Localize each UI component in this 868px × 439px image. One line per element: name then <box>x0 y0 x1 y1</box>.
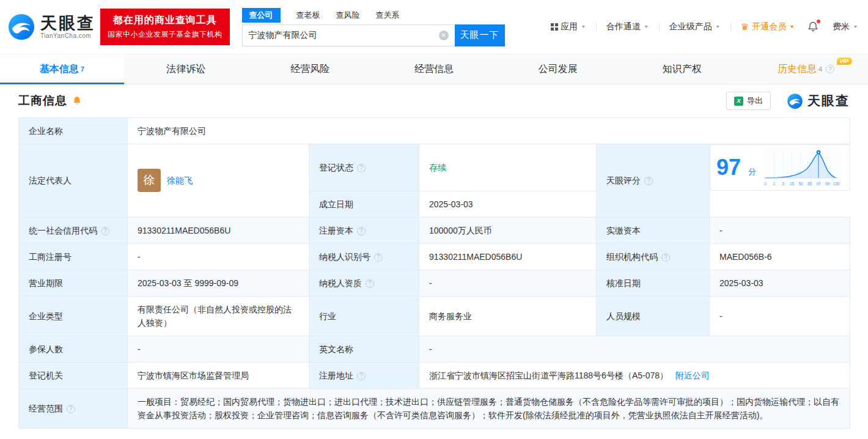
tab-business-info[interactable]: 经营信息 <box>372 54 496 84</box>
svg-text:99: 99 <box>825 182 830 186</box>
search-tab-company[interactable]: 查公司 <box>242 8 281 23</box>
nav-apps-label: 应用 <box>561 21 578 32</box>
help-icon[interactable] <box>366 279 374 288</box>
help-icon[interactable] <box>644 177 653 185</box>
reg-capital-label: 注册资本 <box>309 217 419 243</box>
reg-status-label: 登记状态 <box>309 144 419 191</box>
section-header: 工商信息 导出 天眼查 <box>0 84 868 117</box>
business-info-table: 企业名称 宁波物产有限公司 法定代表人 徐 徐能飞 登记状态 存续 天眼评分 <box>18 117 850 429</box>
help-icon[interactable] <box>101 227 109 235</box>
divider <box>659 23 660 31</box>
company-name-label: 企业名称 <box>19 118 128 144</box>
credit-code-label: 统一社会信用代码 <box>19 217 128 243</box>
brand-logo-icon <box>787 93 803 109</box>
svg-text:97: 97 <box>816 182 821 186</box>
tab-label: 经营风险 <box>290 63 329 76</box>
tianyancha-logo[interactable]: 天眼查 TianYanCha.com <box>7 13 95 41</box>
taxpayer-id-value: 91330211MAED056B6U <box>419 243 597 270</box>
nav-partner-label: 合作通道 <box>606 21 641 32</box>
excel-icon <box>734 97 743 106</box>
org-code-label: 组织机构代码 <box>597 243 710 270</box>
legal-rep-label: 法定代表人 <box>19 144 128 218</box>
reg-no-value: - <box>128 243 309 270</box>
nav-open-membership[interactable]: 开通会员 <box>741 21 795 32</box>
help-icon[interactable] <box>661 253 670 262</box>
scope-value: 一般项目：贸易经纪；国内贸易代理；货物进出口；进出口代理；技术进出口；供应链管理… <box>128 388 850 428</box>
chevron-down-icon <box>581 24 586 29</box>
logo-domain: TianYanCha.com <box>40 32 95 39</box>
tab-count-badge: 4 <box>818 65 822 73</box>
help-icon[interactable] <box>357 372 366 380</box>
search-button[interactable]: 天眼一下 <box>455 24 505 46</box>
search-tab-relation[interactable]: 查关系 <box>376 10 400 21</box>
company-type-label: 企业类型 <box>19 296 128 336</box>
help-icon[interactable] <box>357 227 366 235</box>
company-name-value: 宁波物产有限公司 <box>128 118 850 144</box>
score-unit: 分 <box>748 165 756 179</box>
search-tab-boss[interactable]: 查老板 <box>296 10 320 21</box>
svg-text:3: 3 <box>782 182 784 186</box>
tab-count-badge: 7 <box>81 65 84 73</box>
nav-partner[interactable]: 合作通道 <box>606 21 649 32</box>
nav-user-menu[interactable]: 费米 <box>833 21 858 32</box>
notification-dot <box>817 20 820 23</box>
legal-rep-link[interactable]: 徐能飞 <box>167 174 193 187</box>
address-value: 浙江省宁波市镇海区招宝山街道平海路1188号6号楼（A5-078） <box>429 371 668 380</box>
help-icon[interactable] <box>374 253 383 262</box>
tianyancha-company-page: 天眼查 TianYanCha.com 都在用的商业查询工具 国家中小企业发展子基… <box>0 0 868 429</box>
paid-capital-label: 实缴资本 <box>597 217 710 243</box>
tab-basic-info[interactable]: 基本信息 7 <box>0 54 124 84</box>
divider <box>730 23 731 31</box>
svg-text:100: 100 <box>833 182 840 186</box>
search-input[interactable] <box>242 24 455 46</box>
promo-banner: 都在用的商业查询工具 国家中小企业发展子基金旗下机构 <box>100 9 230 45</box>
est-date-label: 成立日期 <box>309 191 419 217</box>
tab-legal-litigation[interactable]: 法律诉讼 <box>124 54 248 84</box>
en-name-label: 英文名称 <box>309 336 419 362</box>
nearby-companies-link[interactable]: 附近公司 <box>675 371 710 380</box>
nav-apps[interactable]: 应用 <box>551 21 586 32</box>
score-label: 天眼评分 <box>597 144 710 218</box>
monitor-bell-icon[interactable] <box>72 96 82 106</box>
taxpayer-qual-label: 纳税人资质 <box>309 270 419 296</box>
brand-logo[interactable]: 天眼查 <box>787 92 850 109</box>
tab-intellectual-property[interactable]: 知识产权 <box>620 54 744 84</box>
tab-company-development[interactable]: 公司发展 <box>496 54 620 84</box>
industry-value: 商务服务业 <box>419 296 597 336</box>
chevron-down-icon <box>789 24 795 29</box>
svg-text:15: 15 <box>790 182 795 186</box>
notification-bell-icon[interactable] <box>807 21 819 33</box>
term-value: 2025-03-03 至 9999-09-09 <box>128 270 309 296</box>
score-value: 97 <box>716 157 741 179</box>
legal-rep-avatar[interactable]: 徐 <box>138 169 161 192</box>
help-icon[interactable] <box>826 65 834 73</box>
svg-text:1: 1 <box>773 182 776 186</box>
tab-operation-risk[interactable]: 经营风险 <box>248 54 372 84</box>
tab-label: 经营信息 <box>414 63 454 76</box>
legal-rep-cell: 徐 徐能飞 <box>128 144 309 218</box>
nav-enterprise[interactable]: 企业级产品 <box>669 21 721 32</box>
staff-size-value: - <box>710 296 850 336</box>
company-type-value: 有限责任公司（非自然人投资或控股的法人独资） <box>128 296 309 336</box>
address-label: 注册地址 <box>309 362 419 388</box>
help-icon[interactable] <box>67 405 75 413</box>
scope-label: 经营范围 <box>19 388 128 428</box>
export-label: 导出 <box>747 95 763 106</box>
paid-capital-value: - <box>710 217 850 243</box>
authority-value: 宁波市镇海区市场监督管理局 <box>128 362 309 388</box>
clear-icon[interactable] <box>439 31 449 40</box>
tianyancha-logo-icon <box>7 13 35 41</box>
reg-no-label: 工商注册号 <box>19 243 128 270</box>
apps-grid-icon <box>551 23 554 26</box>
section-title: 工商信息 <box>18 93 67 109</box>
svg-text:0: 0 <box>764 182 767 186</box>
tab-history-info[interactable]: VIP 历史信息 4 <box>744 54 868 84</box>
export-button[interactable]: 导出 <box>726 92 771 110</box>
tab-label: 基本信息 <box>40 63 79 76</box>
help-icon[interactable] <box>357 164 366 172</box>
search-tab-risk[interactable]: 查风险 <box>336 10 360 21</box>
company-tabbar: 基本信息 7 法律诉讼 经营风险 经营信息 公司发展 知识产权 VIP 历史信息… <box>0 54 868 84</box>
svg-text:50: 50 <box>798 182 803 186</box>
tab-label: 公司发展 <box>539 63 578 76</box>
taxpayer-id-label: 纳税人识别号 <box>309 243 419 270</box>
